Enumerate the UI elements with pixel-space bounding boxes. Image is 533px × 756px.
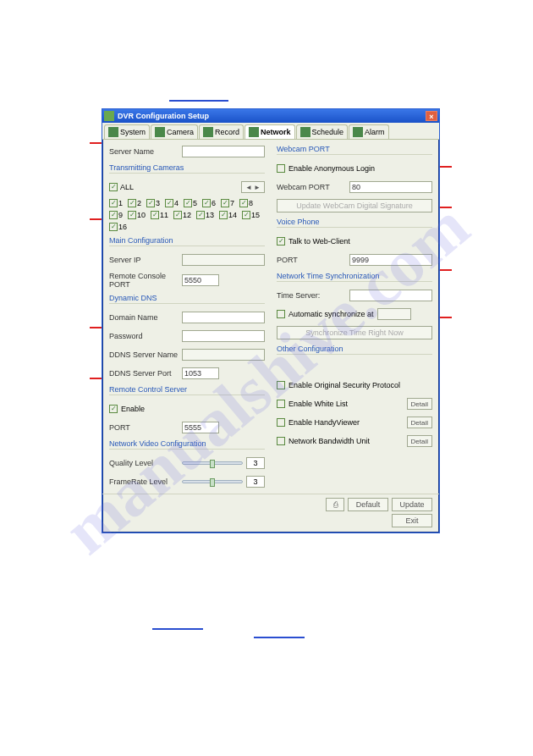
camera-checkbox[interactable]: ✓: [128, 211, 136, 219]
handyviewer-checkbox[interactable]: ✓: [277, 418, 285, 427]
decoration-line: [152, 628, 203, 630]
config-window: DVR Configuration Setup × System Camera …: [102, 108, 440, 533]
bandwidth-checkbox[interactable]: ✓: [277, 437, 285, 445]
server-name-label: Server Name: [109, 147, 179, 156]
white-list-checkbox[interactable]: ✓: [277, 400, 285, 408]
webcam-port-title: Webcam PORT: [277, 145, 432, 155]
domain-label: Domain Name: [109, 313, 179, 322]
camera-checkbox[interactable]: ✓: [109, 199, 118, 207]
framerate-slider[interactable]: [182, 480, 243, 483]
orig-sec-checkbox[interactable]: ✓: [277, 381, 285, 389]
anon-login-checkbox[interactable]: ✓: [277, 164, 285, 173]
camera-checkbox[interactable]: ✓: [219, 211, 228, 219]
tab-label: Alarm: [365, 128, 385, 136]
tab-system[interactable]: System: [104, 124, 150, 139]
webcam-port-input[interactable]: 80: [349, 181, 432, 193]
window-title: DVR Configuration Setup: [118, 112, 426, 120]
detail-button[interactable]: Detail: [407, 435, 432, 447]
detail-button[interactable]: Detail: [407, 417, 432, 428]
camera-icon: [155, 127, 165, 137]
sync-now-button[interactable]: Synchronize Time Right Now: [277, 326, 432, 339]
auto-sync-label: Automatic synchronize at: [288, 310, 374, 318]
talk-label: Talk to Web-Client: [288, 237, 350, 246]
decoration-line: [169, 100, 228, 102]
quality-slider[interactable]: [182, 461, 243, 465]
camera-checkbox[interactable]: ✓: [151, 211, 159, 219]
ddns-title: Dynamic DNS: [109, 294, 265, 304]
server-name-input[interactable]: [182, 146, 265, 157]
detail-button[interactable]: Detail: [407, 398, 432, 410]
camera-checkbox[interactable]: ✓: [221, 199, 229, 207]
camera-checkbox[interactable]: ✓: [109, 211, 118, 219]
camera-checkbox[interactable]: ✓: [173, 211, 182, 219]
bandwidth-label: Network Bandwidth Unit: [288, 437, 404, 445]
time-server-input[interactable]: [349, 290, 432, 301]
exit-button[interactable]: Exit: [392, 514, 432, 527]
all-checkbox[interactable]: ✓: [109, 183, 118, 191]
remote-console-input[interactable]: 5550: [182, 274, 219, 286]
update-signature-button[interactable]: Update WebCam Digital Signature: [277, 199, 432, 212]
camera-grid: ✓1 ✓2 ✓3 ✓4 ✓5 ✓6 ✓7 ✓8 ✓9 ✓10 ✓11 ✓12 ✓…: [109, 199, 265, 231]
ddns-port-input[interactable]: 1053: [182, 367, 219, 379]
domain-input[interactable]: [182, 312, 265, 323]
camera-checkbox[interactable]: ✓: [109, 223, 118, 231]
tab-schedule[interactable]: Schedule: [296, 124, 349, 139]
password-input[interactable]: [182, 330, 265, 342]
main-config-title: Main Configuration: [109, 236, 265, 246]
slider-thumb[interactable]: [210, 478, 215, 487]
sync-time-field[interactable]: [377, 308, 411, 320]
close-icon[interactable]: ×: [426, 111, 437, 121]
alarm-icon: [353, 127, 363, 137]
time-server-label: Time Server:: [277, 291, 346, 300]
voice-port-label: PORT: [277, 256, 346, 264]
tab-network[interactable]: Network: [245, 124, 295, 139]
camera-checkbox[interactable]: ✓: [196, 211, 205, 219]
talk-checkbox[interactable]: ✓: [277, 237, 285, 246]
framerate-label: FrameRate Level: [109, 477, 179, 486]
password-label: Password: [109, 332, 179, 340]
handyviewer-label: Enable HandyViewer: [288, 418, 404, 427]
camera-checkbox[interactable]: ✓: [239, 199, 248, 207]
tab-record[interactable]: Record: [199, 124, 244, 139]
red-marker: [438, 207, 452, 208]
rc-port-input[interactable]: 5555: [182, 422, 219, 433]
tab-label: System: [120, 128, 146, 136]
remote-control-title: Remote Control Server: [109, 385, 265, 395]
record-icon: [203, 127, 213, 137]
time-sync-title: Network Time Synchronization: [277, 272, 432, 282]
tab-label: Network: [261, 128, 291, 136]
camera-checkbox[interactable]: ✓: [146, 199, 155, 207]
print-icon[interactable]: ⎙: [326, 498, 344, 511]
red-marker: [438, 317, 452, 318]
red-marker: [438, 269, 452, 271]
tab-camera[interactable]: Camera: [151, 124, 198, 139]
app-icon: [104, 111, 114, 121]
enable-rc-checkbox[interactable]: ✓: [109, 405, 118, 413]
camera-nav-button[interactable]: ◄ ►: [241, 181, 265, 193]
webcam-port-label: Webcam PORT: [277, 183, 346, 191]
tab-label: Camera: [167, 128, 194, 136]
auto-sync-checkbox[interactable]: ✓: [277, 310, 285, 318]
camera-checkbox[interactable]: ✓: [242, 211, 250, 219]
ddns-port-label: DDNS Server Port: [109, 369, 179, 378]
ddns-server-input[interactable]: [182, 349, 265, 361]
decoration-line: [254, 637, 305, 638]
camera-checkbox[interactable]: ✓: [202, 199, 211, 207]
default-button[interactable]: Default: [348, 498, 388, 511]
red-marker: [438, 166, 452, 168]
tab-label: Schedule: [312, 128, 344, 136]
titlebar[interactable]: DVR Configuration Setup ×: [102, 109, 439, 123]
all-label: ALL: [120, 183, 134, 191]
slider-thumb[interactable]: [210, 460, 215, 468]
voice-port-input[interactable]: 9999: [349, 254, 432, 266]
server-ip-input[interactable]: [182, 254, 265, 266]
framerate-value: 3: [246, 476, 265, 488]
tab-label: Record: [215, 128, 239, 136]
tab-alarm[interactable]: Alarm: [349, 124, 389, 139]
update-button[interactable]: Update: [392, 498, 432, 511]
system-icon: [108, 127, 118, 137]
camera-checkbox[interactable]: ✓: [128, 199, 136, 207]
camera-checkbox[interactable]: ✓: [165, 199, 173, 207]
camera-checkbox[interactable]: ✓: [184, 199, 192, 207]
left-column: Server Name Transmitting Cameras ✓ ALL ◄…: [109, 145, 265, 488]
